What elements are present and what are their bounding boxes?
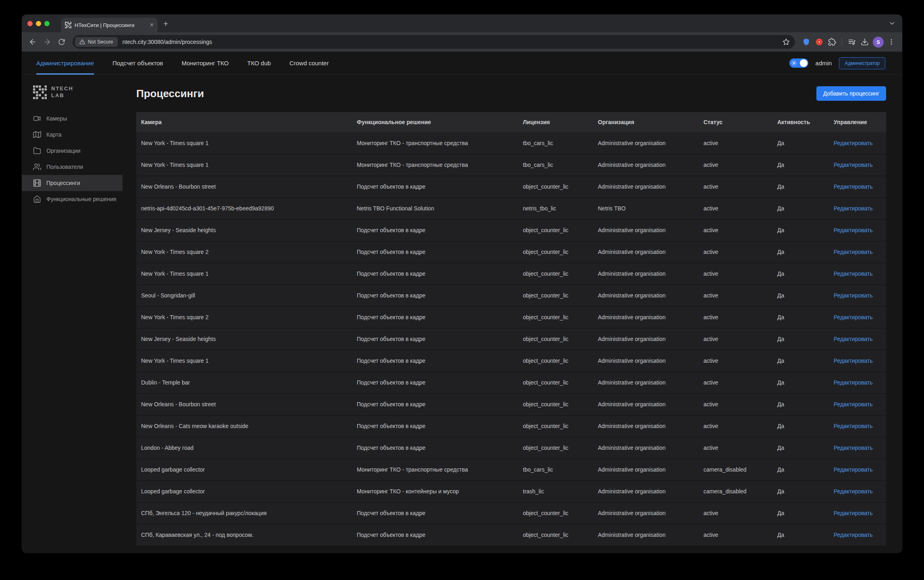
cell-activity: Да [772, 328, 829, 350]
cell-manage: Редактировать [829, 437, 886, 459]
browser-toolbar: Not Secure ntech.city:30080/admin/proces… [22, 32, 902, 52]
minimize-window-button[interactable] [36, 21, 41, 26]
tab-title: НТехСити | Процессинги [75, 22, 147, 28]
sidebar-item[interactable]: Карта [22, 127, 123, 143]
page-title: Процессинги [136, 87, 204, 100]
role-button[interactable]: Администратор [839, 57, 885, 69]
cell-status: active [699, 285, 772, 306]
edit-link[interactable]: Редактировать [834, 510, 873, 516]
cell-camera: London - Abbey road [136, 437, 352, 459]
downloads-icon[interactable] [861, 38, 869, 46]
edit-link[interactable]: Редактировать [834, 532, 873, 538]
sidebar-item[interactable]: Камеры [22, 110, 123, 127]
edit-link[interactable]: Редактировать [834, 401, 873, 407]
camera-icon [33, 114, 41, 123]
back-icon[interactable] [26, 35, 40, 49]
cell-license: object_counter_lic [518, 524, 593, 546]
cell-solution: Подсчет объектов в кадре [352, 524, 518, 546]
sidebar-item[interactable]: Процессинги [22, 175, 123, 191]
theme-toggle[interactable] [789, 58, 808, 68]
extensions-puzzle-icon[interactable] [828, 38, 836, 46]
cell-organisation: Administrative organisation [593, 328, 699, 350]
sidebar-item[interactable]: Функциональные решения [22, 191, 123, 207]
edit-link[interactable]: Редактировать [834, 336, 873, 342]
sidebar-item-label: Организации [46, 148, 81, 154]
cell-license: tbo_cars_lic [518, 459, 593, 480]
cell-solution: Подсчет объектов в кадре [352, 285, 518, 306]
cell-camera: New York - Times square 1 [136, 263, 352, 285]
table-row: New Orleans - Bourbon streetПодсчет объе… [136, 176, 886, 197]
adblock-extension-icon[interactable] [815, 38, 823, 46]
edit-link[interactable]: Редактировать [834, 379, 873, 386]
reload-icon[interactable] [55, 35, 69, 49]
cell-status: active [699, 306, 772, 328]
app-nav-tab-3[interactable]: Мониторинг ТКО [182, 52, 229, 75]
cell-manage: Редактировать [829, 197, 886, 219]
cell-license: object_counter_lic [518, 372, 593, 393]
edit-link[interactable]: Редактировать [834, 423, 873, 429]
sidebar-item-label: Пользователи [46, 164, 83, 170]
cell-activity: Да [772, 480, 829, 502]
edit-link[interactable]: Редактировать [834, 162, 873, 168]
bookmark-star-icon[interactable] [780, 36, 792, 48]
edit-link[interactable]: Редактировать [834, 466, 873, 473]
app-nav-tab-4[interactable]: ТКО dub [247, 52, 271, 75]
edit-link[interactable]: Редактировать [834, 270, 873, 277]
close-window-button[interactable] [27, 21, 33, 26]
sidebar-item[interactable]: Пользователи [22, 159, 123, 175]
column-header: Статус [699, 112, 772, 132]
app-nav-tab-5[interactable]: Crowd counter [289, 52, 329, 75]
edit-link[interactable]: Редактировать [834, 445, 873, 451]
cell-camera: New Orleans - Bourbon street [136, 393, 352, 415]
edit-link[interactable]: Редактировать [834, 358, 873, 364]
cell-license: object_counter_lic [518, 328, 593, 350]
edit-link[interactable]: Редактировать [834, 140, 873, 146]
desktop: { "browser": { "tab": { "title": "НТехСи… [0, 0, 924, 580]
browser-menu-kebab-icon[interactable] [884, 35, 898, 49]
cell-organisation: Administrative organisation [593, 437, 699, 459]
add-processing-button[interactable]: Добавить процессинг [816, 86, 886, 101]
media-controls-icon[interactable] [848, 38, 856, 46]
edit-link[interactable]: Редактировать [834, 249, 873, 255]
film-icon [33, 179, 41, 187]
cell-status: active [699, 328, 772, 350]
table-row: СПб, Энгельса 120 - неудачный ракурс/лок… [136, 502, 886, 524]
new-tab-button[interactable]: + [163, 19, 168, 28]
edit-link[interactable]: Редактировать [834, 292, 873, 299]
edit-link[interactable]: Редактировать [834, 183, 873, 190]
window-controls [27, 21, 50, 26]
cell-organisation: Administrative organisation [593, 393, 699, 415]
logo-line1: NTECH [51, 85, 73, 91]
column-header: Управление [829, 112, 886, 132]
cell-activity: Да [772, 197, 829, 219]
app-nav-tab-1[interactable]: Администрирование [36, 52, 94, 75]
cell-manage: Редактировать [829, 285, 886, 306]
edit-link[interactable]: Редактировать [834, 205, 873, 212]
profile-avatar[interactable]: S [873, 37, 884, 48]
cell-camera: New York - Times square 1 [136, 154, 352, 176]
sidebar-item[interactable]: Организации [22, 143, 123, 159]
cell-license: object_counter_lic [518, 350, 593, 372]
logo-line2: LAB [51, 92, 65, 98]
forward-icon[interactable] [40, 35, 54, 49]
app-nav-tab-2[interactable]: Подсчет объектов [112, 52, 163, 75]
browser-tab[interactable]: НТехСити | Процессинги × [61, 18, 158, 32]
cell-status: active [699, 263, 772, 285]
cell-activity: Да [772, 393, 829, 415]
not-secure-chip[interactable]: Not Secure [75, 37, 118, 47]
address-bar[interactable]: Not Secure ntech.city:30080/admin/proces… [73, 35, 795, 49]
table-row: Seoul - Songridan-gillПодсчет объектов в… [136, 285, 886, 306]
cell-activity: Да [772, 154, 829, 176]
tab-search-chevron-icon[interactable] [889, 20, 896, 27]
tab-close-icon[interactable]: × [150, 22, 154, 28]
table-row: netris-api-4d0245cd-a301-45e7-975b-ebeed… [136, 197, 886, 219]
column-header: Активность [772, 112, 829, 132]
edit-link[interactable]: Редактировать [834, 314, 873, 320]
shield-extension-icon[interactable] [802, 38, 810, 46]
cell-camera: New Jersey - Seaside heights [136, 219, 352, 241]
cell-solution: Мониторинг ТКО - транспортные средства [352, 459, 518, 480]
edit-link[interactable]: Редактировать [834, 488, 873, 495]
edit-link[interactable]: Редактировать [834, 227, 873, 233]
fullscreen-window-button[interactable] [44, 21, 50, 26]
app-header: АдминистрированиеПодсчет объектовМонитор… [22, 52, 902, 75]
